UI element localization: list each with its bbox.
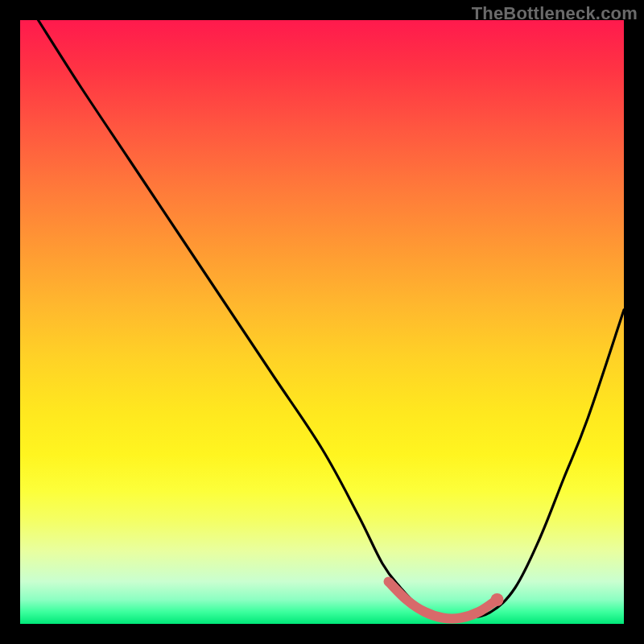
chart-frame: TheBottleneck.com (0, 0, 644, 644)
plot-area (20, 20, 624, 624)
highlight-dot (491, 593, 504, 606)
curve-layer (20, 20, 624, 624)
bottleneck-curve-path (39, 20, 625, 619)
highlight-segment-path (389, 582, 497, 619)
